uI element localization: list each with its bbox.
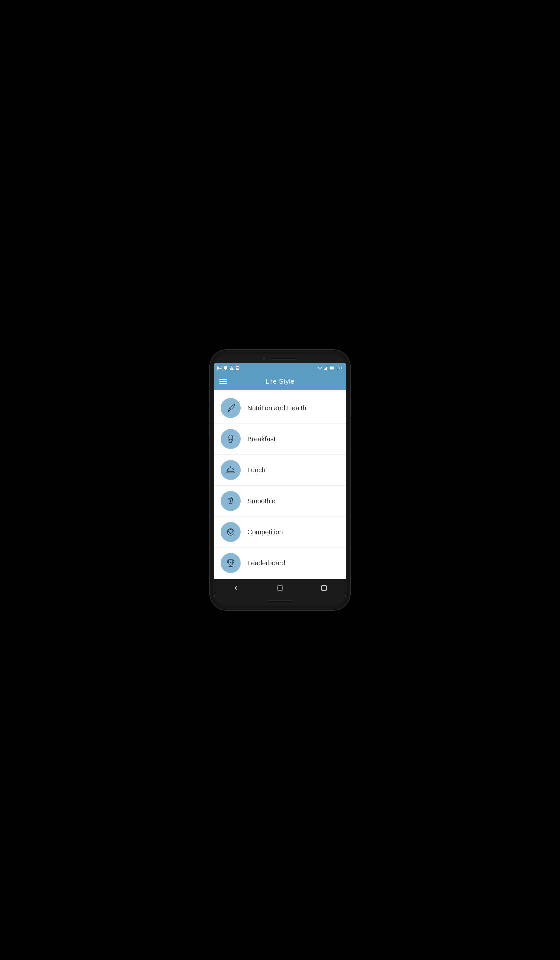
phone-screen-area: 6:11 Life Style <box>214 354 346 606</box>
status-right-icons: 6:11 <box>318 366 343 370</box>
leaderboard-label: Leaderboard <box>247 559 285 567</box>
svg-rect-20 <box>330 367 333 369</box>
svg-point-22 <box>229 435 233 440</box>
nav-bar <box>214 579 346 597</box>
list-item-nutrition[interactable]: Nutrition and Health <box>214 393 346 423</box>
svg-marker-15 <box>325 368 326 370</box>
list-item-competition[interactable]: Competition <box>214 516 346 547</box>
svg-point-30 <box>230 466 231 467</box>
egg-icon <box>226 434 236 444</box>
svg-point-13 <box>319 369 320 370</box>
battery-icon <box>330 366 334 370</box>
recents-button[interactable] <box>318 582 330 594</box>
warning-status-icon <box>229 366 234 370</box>
home-button[interactable] <box>274 582 286 594</box>
status-time: 6:11 <box>336 366 343 370</box>
leaderboard-icon-circle: ★ <box>221 553 241 573</box>
svg-text:★: ★ <box>230 561 232 564</box>
content-list: Nutrition and Health <box>214 390 346 579</box>
speaker-bottom <box>214 597 346 606</box>
svg-point-32 <box>229 500 230 500</box>
lunch-icon-circle <box>221 460 241 480</box>
app-bar: Life Style <box>214 373 346 390</box>
svg-rect-9 <box>237 366 238 366</box>
speaker-grille-top <box>270 358 297 360</box>
status-bar: 6:11 <box>214 363 346 373</box>
breakfast-icon-circle <box>221 429 241 449</box>
speaker-grille-bottom <box>267 600 293 602</box>
cloche-icon <box>226 465 236 475</box>
svg-rect-19 <box>334 367 334 369</box>
list-item-leaderboard[interactable]: ★ Leaderboard <box>214 547 346 578</box>
svg-rect-4 <box>225 370 226 370</box>
svg-point-39 <box>277 585 283 591</box>
lunch-label: Lunch <box>247 466 266 474</box>
signal-icon <box>324 366 328 370</box>
list-item-breakfast[interactable]: Breakfast <box>214 423 346 454</box>
breakfast-label: Breakfast <box>247 435 275 443</box>
nutrition-label: Nutrition and Health <box>247 404 306 412</box>
svg-rect-1 <box>218 366 222 370</box>
heart-medal-icon <box>226 526 236 537</box>
phone-device: 6:11 Life Style <box>210 350 350 610</box>
back-button[interactable] <box>230 582 242 594</box>
list-item-smoothie[interactable]: Smoothie <box>214 485 346 516</box>
smoothie-icon-circle <box>221 491 241 511</box>
svg-rect-10 <box>236 367 239 368</box>
svg-rect-6 <box>231 367 232 369</box>
screen: 6:11 Life Style <box>214 363 346 597</box>
svg-rect-12 <box>236 369 238 370</box>
status-left-icons <box>217 366 240 370</box>
hamburger-menu[interactable] <box>219 379 227 384</box>
list-item-lunch[interactable]: Lunch <box>214 454 346 485</box>
leaf-icon <box>226 403 236 413</box>
smoothie-label: Smoothie <box>247 498 276 505</box>
clipboard-status-icon <box>235 366 240 370</box>
drink-icon <box>226 496 236 506</box>
svg-point-7 <box>231 369 232 370</box>
competition-label: Competition <box>247 528 283 536</box>
competition-icon-circle <box>221 522 241 542</box>
notification-status-icon <box>223 366 228 370</box>
svg-marker-17 <box>328 366 328 370</box>
svg-marker-16 <box>326 367 327 370</box>
svg-rect-40 <box>322 586 327 590</box>
svg-rect-11 <box>236 368 239 369</box>
nutrition-icon-circle <box>221 398 241 418</box>
image-status-icon <box>217 366 222 370</box>
app-title: Life Style <box>265 378 294 386</box>
camera <box>263 357 265 360</box>
svg-rect-28 <box>227 472 235 473</box>
svg-point-34 <box>230 502 230 502</box>
trophy-icon: ★ <box>226 558 236 568</box>
speaker-top <box>214 354 346 363</box>
wifi-icon <box>318 366 322 370</box>
svg-marker-14 <box>324 369 325 370</box>
